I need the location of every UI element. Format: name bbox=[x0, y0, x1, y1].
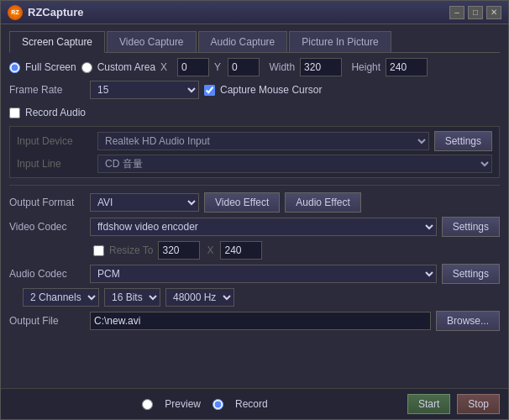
preview-radio[interactable] bbox=[142, 399, 153, 410]
title-bar: RZ RZCapture – □ ✕ bbox=[1, 1, 508, 24]
browse-button[interactable]: Browse... bbox=[436, 311, 500, 331]
start-button[interactable]: Start bbox=[407, 394, 450, 414]
custom-area-radio[interactable] bbox=[81, 62, 92, 73]
frame-rate-label: Frame Rate bbox=[9, 84, 85, 96]
record-label[interactable]: Record bbox=[235, 398, 268, 410]
channels-select[interactable]: 2 Channels bbox=[23, 288, 99, 307]
output-file-label: Output File bbox=[9, 315, 85, 327]
tab-video-capture[interactable]: Video Capture bbox=[107, 31, 197, 52]
bits-select[interactable]: 16 Bits bbox=[104, 288, 160, 307]
y-label: Y bbox=[214, 61, 223, 73]
width-input[interactable] bbox=[300, 58, 342, 76]
custom-area-label[interactable]: Custom Area bbox=[97, 61, 155, 73]
window-controls: – □ ✕ bbox=[449, 6, 501, 19]
record-audio-checkbox[interactable] bbox=[9, 108, 20, 118]
resize-row: Resize To X bbox=[13, 241, 500, 260]
audio-input-section: Input Device Realtek HD Audio Input Sett… bbox=[9, 126, 500, 178]
output-file-input[interactable] bbox=[90, 312, 431, 330]
resize-width-input[interactable] bbox=[158, 241, 200, 260]
audio-settings-row: 2 Channels 16 Bits 48000 Hz bbox=[23, 288, 500, 307]
y-input[interactable] bbox=[228, 58, 260, 76]
app-icon: RZ bbox=[8, 5, 23, 20]
stop-button[interactable]: Stop bbox=[457, 394, 500, 414]
input-device-settings-button[interactable]: Settings bbox=[434, 131, 492, 151]
full-screen-radio[interactable] bbox=[9, 62, 20, 73]
output-format-select[interactable]: AVI bbox=[90, 193, 199, 212]
audio-codec-select[interactable]: PCM bbox=[90, 265, 437, 283]
output-file-row: Output File Browse... bbox=[9, 311, 500, 331]
height-input[interactable] bbox=[386, 58, 428, 76]
input-line-row: Input Line CD 音量 bbox=[17, 155, 492, 173]
tab-screen-capture[interactable]: Screen Capture bbox=[9, 31, 105, 53]
output-format-row: Output Format AVI Video Effect Audio Eff… bbox=[9, 192, 500, 213]
audio-codec-settings-button[interactable]: Settings bbox=[442, 264, 500, 284]
x-input[interactable] bbox=[177, 58, 209, 76]
divider-1 bbox=[9, 185, 500, 186]
audio-codec-row: Audio Codec PCM Settings bbox=[9, 264, 500, 284]
width-label: Width bbox=[265, 61, 295, 73]
maximize-button[interactable]: □ bbox=[468, 6, 483, 19]
video-codec-select[interactable]: ffdshow video encoder bbox=[90, 218, 437, 236]
resize-checkbox[interactable] bbox=[93, 245, 104, 256]
video-effect-button[interactable]: Video Effect bbox=[204, 192, 280, 213]
video-codec-settings-button[interactable]: Settings bbox=[442, 217, 500, 237]
input-device-row: Input Device Realtek HD Audio Input Sett… bbox=[17, 131, 492, 151]
capture-mode-row: Full Screen Custom Area X Y Width Height bbox=[9, 58, 500, 76]
main-content: Screen Capture Video Capture Audio Captu… bbox=[1, 24, 508, 388]
preview-label[interactable]: Preview bbox=[165, 398, 201, 410]
main-window: RZ RZCapture – □ ✕ Screen Capture Video … bbox=[0, 0, 509, 420]
resize-height-input[interactable] bbox=[220, 241, 262, 260]
sample-rate-select[interactable]: 48000 Hz bbox=[165, 288, 234, 307]
output-section: Output Format AVI Video Effect Audio Eff… bbox=[9, 192, 500, 331]
input-line-label: Input Line bbox=[17, 158, 92, 170]
screen-capture-section: Full Screen Custom Area X Y Width Height… bbox=[9, 58, 500, 178]
frame-rate-select[interactable]: 15 bbox=[90, 81, 199, 99]
minimize-button[interactable]: – bbox=[449, 6, 464, 19]
bottom-bar: Preview Record Start Stop bbox=[1, 388, 508, 419]
capture-mouse-checkbox[interactable] bbox=[204, 85, 215, 96]
video-codec-row: Video Codec ffdshow video encoder Settin… bbox=[9, 217, 500, 237]
close-button[interactable]: ✕ bbox=[486, 6, 501, 19]
video-codec-label: Video Codec bbox=[9, 221, 85, 233]
output-format-label: Output Format bbox=[9, 197, 85, 208]
frame-rate-row: Frame Rate 15 Capture Mouse Cursor bbox=[9, 81, 500, 99]
tab-audio-capture[interactable]: Audio Capture bbox=[198, 31, 288, 52]
capture-mouse-label[interactable]: Capture Mouse Cursor bbox=[220, 84, 322, 96]
tab-bar: Screen Capture Video Capture Audio Captu… bbox=[9, 31, 500, 53]
record-audio-label[interactable]: Record Audio bbox=[25, 107, 86, 118]
tab-picture-in-picture[interactable]: Picture In Picture bbox=[289, 31, 391, 52]
input-line-select[interactable]: CD 音量 bbox=[97, 155, 492, 173]
record-audio-row: Record Audio bbox=[9, 103, 500, 122]
audio-codec-label: Audio Codec bbox=[9, 268, 85, 280]
app-title: RZCapture bbox=[28, 6, 449, 18]
full-screen-label[interactable]: Full Screen bbox=[25, 61, 76, 73]
audio-effect-button[interactable]: Audio Effect bbox=[285, 192, 361, 213]
resize-label[interactable]: Resize To bbox=[109, 244, 153, 256]
x-label: X bbox=[160, 61, 172, 73]
playback-mode-group: Preview Record bbox=[9, 398, 401, 410]
input-device-select[interactable]: Realtek HD Audio Input bbox=[97, 132, 429, 150]
input-device-label: Input Device bbox=[17, 135, 92, 147]
resize-x-label: X bbox=[205, 244, 215, 256]
height-label: Height bbox=[347, 61, 380, 73]
record-radio[interactable] bbox=[213, 399, 223, 410]
